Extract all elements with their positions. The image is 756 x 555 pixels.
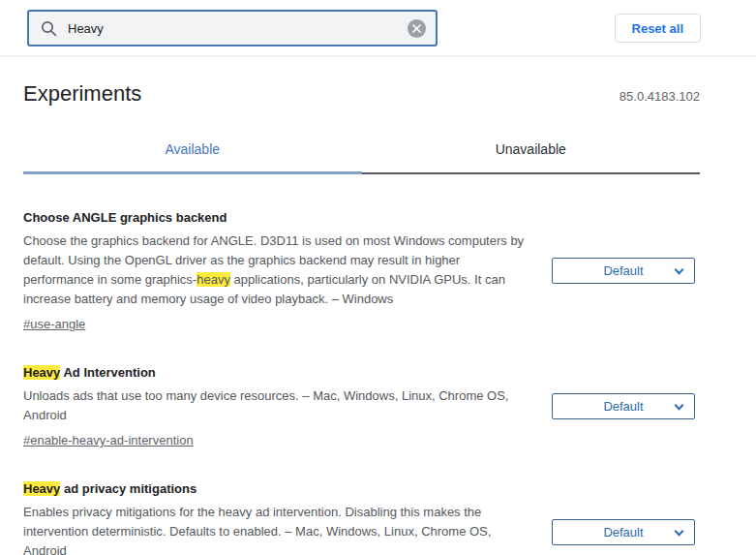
experiment-actions: Default [552,393,700,419]
search-box[interactable] [27,10,438,46]
experiment-permalink[interactable]: #use-angle [23,317,85,331]
search-highlight: heavy [197,272,230,287]
chevron-down-icon [675,527,684,537]
experiment-permalink[interactable]: #enable-heavy-ad-intervention [23,433,194,447]
reset-all-button[interactable]: Reset all [615,14,701,43]
experiment-description: Enables privacy mitigations for the heav… [23,503,533,555]
experiment-select[interactable]: Default [552,258,695,284]
search-highlight: Heavy [23,481,60,496]
experiment-row: Choose ANGLE graphics backend Choose the… [23,209,700,332]
experiment-select-value: Default [603,399,643,414]
experiment-select[interactable]: Default [552,393,695,419]
experiment-select-value: Default [603,525,643,540]
version-label: 85.0.4183.102 [620,89,700,107]
search-highlight: Heavy [23,365,60,380]
experiment-description: Choose the graphics backend for ANGLE. D… [23,231,533,309]
experiment-row: Heavy ad privacy mitigations Enables pri… [23,480,700,555]
close-icon [412,24,421,33]
experiment-title: Heavy ad privacy mitigations [23,480,533,498]
experiment-text-block: Heavy ad privacy mitigations Enables pri… [23,480,533,555]
experiments-page: Experiments 85.0.4183.102 Available Unav… [0,81,756,555]
experiments-list: Choose ANGLE graphics backend Choose the… [23,209,700,555]
search-icon [41,20,57,37]
experiment-select[interactable]: Default [552,519,695,545]
experiment-text-block: Choose ANGLE graphics backend Choose the… [23,209,533,332]
tab-unavailable[interactable]: Unavailable [362,141,701,174]
experiment-title: Choose ANGLE graphics backend [23,209,533,227]
experiment-select-value: Default [603,263,643,278]
search-input[interactable] [66,20,408,37]
experiment-title: Heavy Ad Intervention [23,364,533,382]
experiment-text-block: Heavy Ad Intervention Unloads ads that u… [23,364,533,448]
experiment-actions: Default [552,519,700,545]
experiment-description: Unloads ads that use too many device res… [23,386,533,425]
experiment-actions: Default [552,258,700,284]
clear-search-button[interactable] [408,19,426,38]
chevron-down-icon [675,401,684,411]
search-header: Reset all [0,0,756,57]
chevron-down-icon [675,265,684,275]
experiment-row: Heavy Ad Intervention Unloads ads that u… [23,364,700,448]
page-title: Experiments [23,81,141,107]
tab-available[interactable]: Available [23,141,362,174]
tab-strip: Available Unavailable [23,141,700,174]
title-row: Experiments 85.0.4183.102 [23,81,700,107]
